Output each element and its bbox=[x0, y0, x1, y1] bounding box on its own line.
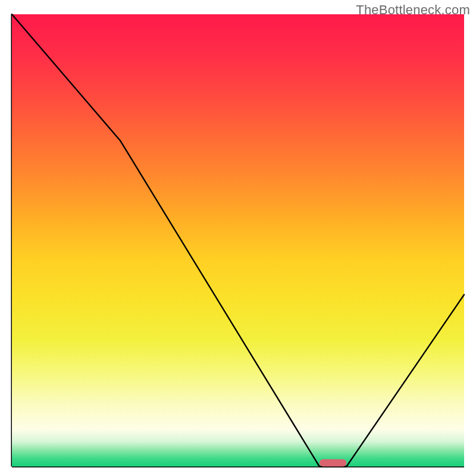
plot-background bbox=[12, 14, 464, 466]
bottleneck-chart bbox=[0, 0, 476, 476]
watermark-text: TheBottleneck.com bbox=[356, 2, 470, 18]
chart-stage: TheBottleneck.com bbox=[0, 0, 476, 476]
optimum-marker bbox=[320, 459, 347, 466]
